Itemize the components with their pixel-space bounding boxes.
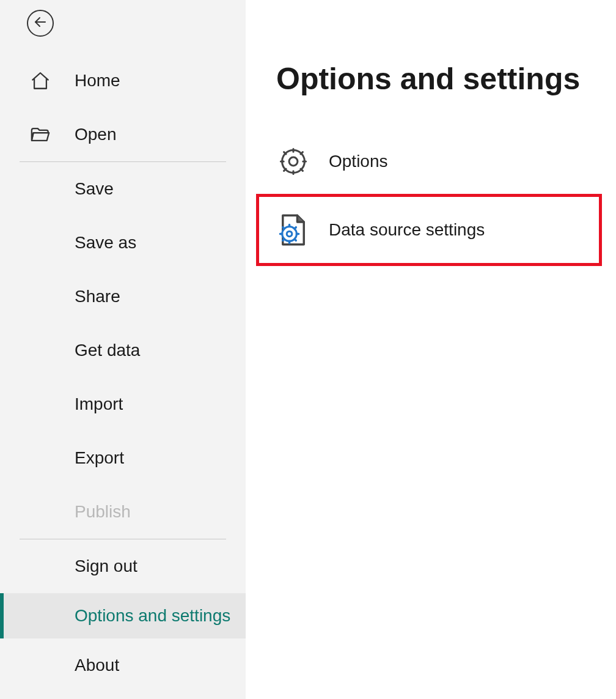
- sidebar-item-import[interactable]: Import: [0, 377, 246, 431]
- sidebar-item-label: Share: [75, 287, 120, 306]
- sidebar-item-label: Save: [75, 179, 114, 199]
- arrow-left-icon: [33, 15, 48, 32]
- sidebar-item-options-and-settings[interactable]: Options and settings: [0, 593, 246, 638]
- svg-line-12: [283, 227, 284, 229]
- svg-point-1: [289, 157, 298, 166]
- option-options[interactable]: Options: [258, 127, 600, 196]
- main-content: Options and settings Options: [246, 0, 616, 699]
- svg-line-9: [295, 227, 296, 229]
- option-label: Data source settings: [329, 220, 485, 240]
- svg-point-2: [282, 150, 305, 173]
- document-gear-icon: [276, 213, 310, 247]
- option-label: Options: [329, 152, 388, 171]
- sidebar-item-share[interactable]: Share: [0, 270, 246, 324]
- sidebar-item-sign-out[interactable]: Sign out: [0, 539, 246, 593]
- sidebar-item-label: Save as: [75, 233, 136, 253]
- option-data-source-settings[interactable]: Data source settings: [258, 196, 600, 264]
- file-menu-sidebar: Home Open Save Save as Share Get data Im…: [0, 0, 246, 699]
- sidebar-item-label: Home: [75, 71, 120, 91]
- sidebar-item-label: About: [75, 656, 119, 675]
- sidebar-item-about[interactable]: About: [0, 638, 246, 692]
- gear-icon: [276, 144, 310, 179]
- sidebar-item-open[interactable]: Open: [0, 108, 246, 161]
- svg-line-10: [283, 239, 284, 240]
- sidebar-item-save-as[interactable]: Save as: [0, 216, 246, 270]
- back-button[interactable]: [27, 10, 54, 37]
- sidebar-item-save[interactable]: Save: [0, 162, 246, 216]
- svg-line-11: [295, 239, 296, 240]
- sidebar-item-publish: Publish: [0, 485, 246, 539]
- sidebar-item-label: Options and settings: [75, 604, 230, 627]
- folder-open-icon: [29, 124, 51, 146]
- sidebar-item-home[interactable]: Home: [0, 54, 246, 108]
- sidebar-item-label: Export: [75, 448, 124, 468]
- home-icon: [29, 70, 51, 92]
- sidebar-item-label: Sign out: [75, 557, 138, 576]
- sidebar-item-export[interactable]: Export: [0, 431, 246, 485]
- sidebar-item-label: Get data: [75, 341, 140, 360]
- sidebar-item-label: Publish: [75, 502, 131, 522]
- sidebar-item-get-data[interactable]: Get data: [0, 324, 246, 377]
- page-title: Options and settings: [276, 61, 616, 97]
- sidebar-item-label: Import: [75, 394, 123, 414]
- sidebar-item-label: Open: [75, 125, 117, 144]
